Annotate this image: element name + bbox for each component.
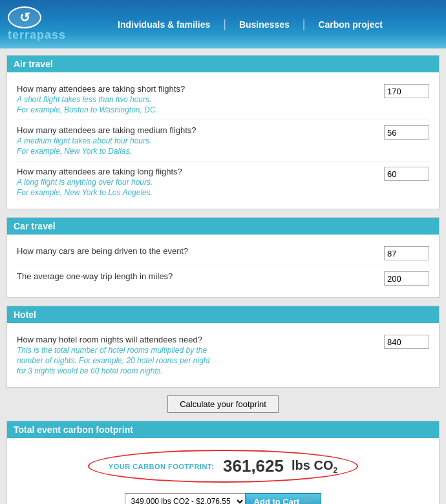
room-nights-label-group: How many hotel room nights will attendee… [17, 335, 384, 375]
room-nights-label: How many hotel room nights will attendee… [17, 335, 384, 344]
short-flight-row: How many attendees are taking short flig… [17, 79, 429, 120]
carbon-oval-highlight: Your Carbon Footprint: 361,625 lbs CO2 [88, 450, 358, 483]
car-travel-body: How many cars are being driven to the ev… [7, 235, 439, 297]
num-cars-label-group: How many cars are being driven to the ev… [17, 246, 384, 256]
main-nav: Individuals & families | Businesses | Ca… [105, 17, 396, 31]
short-flight-hint1: A short flight takes less than two hours… [17, 95, 384, 104]
car-travel-section: Car travel How many cars are being drive… [6, 217, 440, 298]
medium-flight-label: How many attendees are taking medium fli… [17, 125, 384, 135]
add-to-cart-button[interactable]: Add to Cart 🛒 [246, 493, 322, 504]
brand-first: terra [8, 28, 37, 41]
room-nights-row: How many hotel room nights will attendee… [17, 330, 429, 381]
short-flight-input[interactable] [384, 84, 429, 98]
total-header: Total event carbon footprint [7, 421, 439, 438]
calculate-button[interactable]: Calculate your footprint [167, 395, 279, 413]
long-flight-label-group: How many attendees are taking long fligh… [17, 167, 384, 197]
air-travel-section: Air travel How many attendees are taking… [6, 55, 440, 209]
trip-length-input[interactable] [384, 271, 429, 286]
num-cars-input[interactable] [384, 246, 429, 260]
cart-icon: 🛒 [302, 496, 313, 504]
room-nights-hint2: number of nights. For example, 20 hotel … [17, 356, 384, 365]
medium-flight-row: How many attendees are taking medium fli… [17, 120, 429, 162]
long-flight-row: How many attendees are taking long fligh… [17, 162, 429, 202]
logo-icon: ↺ [8, 6, 41, 28]
trip-length-row: The average one-way trip length in miles… [17, 266, 429, 291]
long-flight-label: How many attendees are taking long fligh… [17, 167, 384, 176]
num-cars-label: How many cars are being driven to the ev… [17, 246, 384, 256]
air-travel-header: Air travel [7, 56, 439, 72]
total-body: Your Carbon Footprint: 361,625 lbs CO2 3… [7, 438, 439, 504]
carbon-unit-text: lbs CO [292, 458, 333, 472]
main-content: Air travel How many attendees are taking… [0, 48, 446, 504]
logo-arrow-icon: ↺ [19, 10, 30, 25]
calculate-button-row: Calculate your footprint [6, 395, 440, 413]
short-flight-label: How many attendees are taking short flig… [17, 84, 384, 94]
add-cart-label: Add to Cart [254, 497, 300, 505]
trip-length-label: The average one-way trip length in miles… [17, 271, 384, 281]
nav-individuals[interactable]: Individuals & families [105, 19, 223, 30]
long-flight-hint1: A long flight is anything over four hour… [17, 178, 384, 187]
carbon-unit: lbs CO2 [292, 458, 337, 475]
hotel-section: Hotel How many hotel room nights will at… [6, 306, 440, 388]
carbon-footprint-label: Your Carbon Footprint: [109, 463, 214, 470]
num-cars-row: How many cars are being driven to the ev… [17, 241, 429, 266]
brand-second: pass [37, 28, 66, 41]
cart-select[interactable]: 349,000 lbs CO2 - $2,076.55 [125, 493, 246, 504]
air-travel-body: How many attendees are taking short flig… [7, 72, 439, 209]
total-section: Total event carbon footprint Your Carbon… [6, 421, 440, 504]
car-travel-header: Car travel [7, 218, 439, 235]
brand-name: terrapass [8, 28, 66, 42]
short-flight-label-group: How many attendees are taking short flig… [17, 84, 384, 114]
hotel-body: How many hotel room nights will attendee… [7, 323, 439, 387]
hotel-header: Hotel [7, 306, 439, 323]
nav-carbon-project[interactable]: Carbon project [305, 19, 396, 30]
page-header: ↺ terrapass Individuals & families | Bus… [0, 0, 446, 48]
long-flight-hint2: For example, New York to Los Angeles. [17, 188, 384, 197]
room-nights-hint1: This is the total number of hotel rooms … [17, 346, 384, 355]
medium-flight-hint2: For example, New York to Dallas. [17, 147, 384, 156]
short-flight-hint2: For example, Boston to Washington, DC. [17, 105, 384, 114]
add-to-cart-row: 349,000 lbs CO2 - $2,076.55 Add to Cart … [17, 493, 429, 504]
carbon-footprint-value: 361,625 [223, 456, 284, 476]
medium-flight-input[interactable] [384, 125, 429, 140]
medium-flight-hint1: A medium flight takes about four hours. [17, 136, 384, 145]
carbon-result-row: Your Carbon Footprint: 361,625 lbs CO2 [17, 450, 429, 483]
carbon-sub: 2 [333, 466, 337, 475]
logo-area: ↺ terrapass [8, 6, 66, 42]
nav-businesses[interactable]: Businesses [226, 19, 303, 30]
trip-length-label-group: The average one-way trip length in miles… [17, 271, 384, 281]
room-nights-hint3: for 3 nights would be 60 hotel room nigh… [17, 366, 384, 375]
long-flight-input[interactable] [384, 167, 429, 181]
room-nights-input[interactable] [384, 335, 429, 349]
medium-flight-label-group: How many attendees are taking medium fli… [17, 125, 384, 156]
